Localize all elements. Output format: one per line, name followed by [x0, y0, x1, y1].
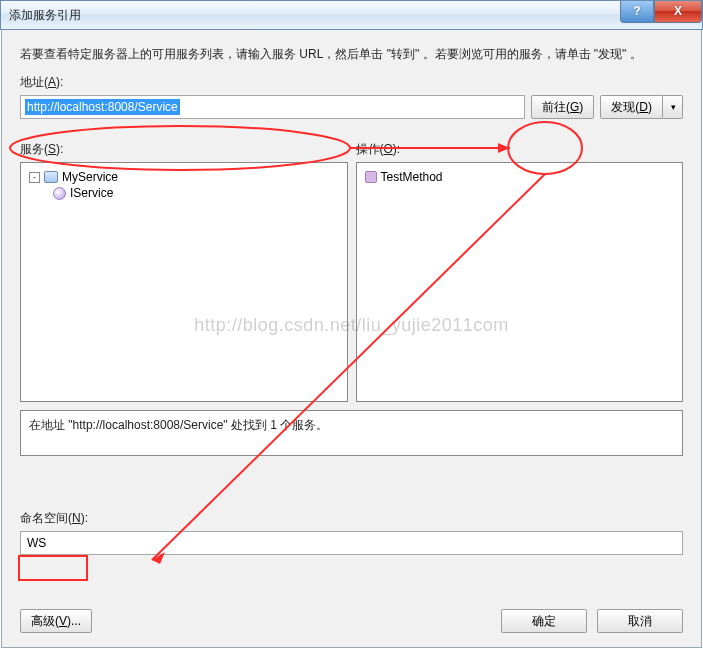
columns: 服务(S): -MyServiceIService 操作(O): TestMet…	[20, 133, 683, 402]
footer: 高级(V)... 确定 取消	[20, 609, 683, 633]
operations-listbox[interactable]: TestMethod	[356, 162, 684, 402]
address-input[interactable]: http://localhost:8008/Service	[20, 95, 525, 119]
services-tree-item[interactable]: IService	[29, 185, 339, 201]
operation-label: TestMethod	[381, 170, 443, 184]
titlebar: 添加服务引用 ? X	[0, 0, 703, 30]
close-button[interactable]: X	[654, 1, 702, 23]
ok-button[interactable]: 确定	[501, 609, 587, 633]
services-listbox[interactable]: -MyServiceIService	[20, 162, 348, 402]
dialog-body: 若要查看特定服务器上的可用服务列表，请输入服务 URL，然后单击 "转到" 。若…	[1, 30, 702, 648]
interface-icon	[53, 187, 66, 200]
services-tree-item[interactable]: -MyService	[29, 169, 339, 185]
discover-button[interactable]: 发现(D)	[600, 95, 663, 119]
operations-label: 操作(O):	[356, 141, 684, 158]
cancel-button[interactable]: 取消	[597, 609, 683, 633]
address-value: http://localhost:8008/Service	[25, 99, 180, 115]
address-label: 地址(A):	[20, 74, 683, 91]
discover-button-group: 发现(D) ▾	[600, 95, 683, 119]
address-row: http://localhost:8008/Service 前往(G) 发现(D…	[20, 95, 683, 119]
namespace-input[interactable]	[20, 531, 683, 555]
operation-icon	[365, 171, 377, 183]
status-text: 在地址 "http://localhost:8008/Service" 处找到 …	[29, 418, 328, 432]
tree-expander-icon[interactable]: -	[29, 172, 40, 183]
window-title: 添加服务引用	[9, 7, 81, 24]
intro-text: 若要查看特定服务器上的可用服务列表，请输入服务 URL，然后单击 "转到" 。若…	[20, 44, 683, 64]
namespace-label: 命名空间(N):	[20, 510, 683, 527]
service-icon	[44, 171, 58, 183]
operations-column: 操作(O): TestMethod	[356, 133, 684, 402]
advanced-button[interactable]: 高级(V)...	[20, 609, 92, 633]
services-column: 服务(S): -MyServiceIService	[20, 133, 348, 402]
tree-item-label: MyService	[62, 170, 118, 184]
chevron-down-icon: ▾	[671, 102, 676, 112]
tree-item-label: IService	[70, 186, 113, 200]
services-label: 服务(S):	[20, 141, 348, 158]
operations-list-item[interactable]: TestMethod	[365, 169, 675, 185]
footer-right: 确定 取消	[501, 609, 683, 633]
window-buttons: ? X	[620, 1, 702, 29]
help-button[interactable]: ?	[620, 1, 654, 23]
status-box: 在地址 "http://localhost:8008/Service" 处找到 …	[20, 410, 683, 456]
go-button[interactable]: 前往(G)	[531, 95, 594, 119]
discover-dropdown-button[interactable]: ▾	[663, 95, 683, 119]
